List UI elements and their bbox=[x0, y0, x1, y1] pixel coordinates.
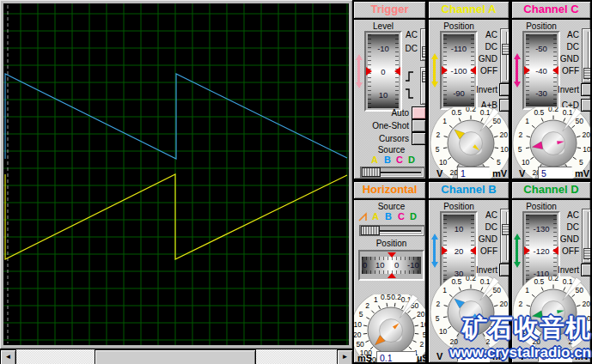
channel-d-coupling-selector[interactable] bbox=[582, 209, 592, 264]
trigger-level-arrow-icon[interactable] bbox=[355, 54, 363, 88]
horizontal-panel-header: Horizontal bbox=[354, 182, 425, 200]
level-marker-left-icon bbox=[366, 67, 372, 76]
channel-b-value-field[interactable]: 1 bbox=[457, 349, 490, 362]
trigger-panel: Trigger Level -10 0 10 AC DC Auto One- bbox=[352, 0, 427, 180]
cursors-button[interactable] bbox=[412, 132, 426, 145]
svg-text:5: 5 bbox=[518, 145, 522, 154]
channel-c-panel-header: Channel C bbox=[512, 2, 590, 20]
svg-text:5: 5 bbox=[518, 314, 522, 323]
svg-text:0.2: 0.2 bbox=[466, 276, 476, 282]
svg-text:50: 50 bbox=[576, 286, 584, 294]
ac-label: AC bbox=[472, 210, 497, 220]
channel-c-value-field[interactable]: 5 bbox=[538, 167, 572, 179]
channel-a-invert-button[interactable] bbox=[499, 83, 510, 96]
horizontal-source-slider[interactable] bbox=[359, 225, 424, 236]
pos-marker-left-icon bbox=[524, 66, 530, 75]
dc-label: DC bbox=[472, 42, 497, 52]
scroll-right-button[interactable]: ► bbox=[337, 349, 353, 364]
svg-text:20: 20 bbox=[582, 130, 590, 139]
hpos-scale-3: -10 bbox=[407, 260, 419, 270]
trigger-coupling-selector[interactable] bbox=[420, 28, 427, 61]
ac-label: AC bbox=[553, 210, 579, 220]
channel-c-coupling-selector[interactable] bbox=[582, 28, 592, 83]
svg-text:50: 50 bbox=[576, 117, 584, 125]
gnd-label: GND bbox=[472, 54, 497, 64]
channel-a-panel-header: Channel A bbox=[429, 2, 509, 20]
hpos-scale-2: 0 bbox=[394, 260, 399, 270]
channel-c-title: Channel C bbox=[523, 3, 578, 15]
channel-d-position-arrow-icon[interactable] bbox=[513, 234, 521, 268]
falling-edge-icon bbox=[405, 88, 414, 99]
v-unit-label: V bbox=[436, 168, 442, 179]
trigger-edge-selector[interactable] bbox=[420, 67, 427, 105]
pos-scale-top: -130 bbox=[526, 224, 557, 234]
svg-text:5: 5 bbox=[497, 327, 501, 336]
timebase-value-field[interactable]: 0.1 bbox=[376, 351, 416, 364]
pos-marker-left-icon bbox=[442, 246, 448, 255]
hpos-scale-1: 10 bbox=[375, 260, 385, 270]
channel-d-gain-knob[interactable]: 20105210.50.20.150201052 bbox=[512, 276, 592, 349]
channel-b-invert-button[interactable] bbox=[499, 264, 510, 276]
hsource-d-label: D bbox=[410, 211, 417, 221]
channel-d-panel-header: Channel D bbox=[512, 182, 590, 200]
waveform-display bbox=[3, 3, 349, 347]
hsource-a-label: A bbox=[372, 211, 379, 221]
channel-b-panel: Channel B Position 10 20 30 AC DC GND OF… bbox=[427, 180, 510, 364]
scroll-left-button[interactable]: ◄ bbox=[0, 349, 16, 364]
one-shot-button[interactable] bbox=[412, 119, 426, 132]
off-label: OFF bbox=[472, 246, 497, 256]
off-label: OFF bbox=[553, 66, 579, 76]
source-a-label: A bbox=[371, 155, 378, 165]
channel-d-invert-button[interactable] bbox=[581, 264, 592, 276]
channel-d-value-field[interactable]: 5 bbox=[538, 349, 572, 362]
channel-c-invert-button[interactable] bbox=[581, 83, 592, 96]
svg-text:0.1: 0.1 bbox=[480, 108, 491, 117]
channel-a-value-field[interactable]: 1 bbox=[457, 167, 490, 179]
scrollbar-thumb[interactable] bbox=[95, 349, 256, 364]
channel-a-panel: Channel A Position -110 -100 -90 AC DC G… bbox=[427, 0, 510, 180]
pos-scale-top: 10 bbox=[443, 224, 474, 234]
level-marker-right-icon bbox=[394, 67, 400, 76]
source-b-label: B bbox=[384, 155, 391, 165]
channel-a-coupling-selector[interactable] bbox=[500, 28, 510, 83]
svg-text:20: 20 bbox=[353, 331, 362, 339]
ms-unit-label: mS bbox=[357, 353, 372, 363]
svg-text:0.1: 0.1 bbox=[563, 108, 573, 117]
rising-edge-icon bbox=[405, 70, 414, 82]
svg-text:20: 20 bbox=[499, 300, 508, 308]
invert-label: Invert bbox=[540, 85, 579, 94]
svg-text:50: 50 bbox=[493, 117, 502, 125]
level-scale-bottom: 10 bbox=[368, 90, 399, 100]
channel-a-title: Channel A bbox=[442, 3, 497, 15]
pos-marker-left-icon bbox=[442, 66, 448, 75]
gnd-label: GND bbox=[553, 54, 579, 64]
us-unit-label: µS bbox=[417, 353, 427, 363]
channel-c-position-arrow-icon[interactable] bbox=[513, 53, 521, 88]
svg-text:2: 2 bbox=[485, 337, 490, 346]
off-label: OFF bbox=[553, 246, 579, 256]
channel-b-coupling-selector[interactable] bbox=[500, 209, 510, 264]
mv-unit-label: mV bbox=[492, 351, 507, 361]
level-scale-top: -10 bbox=[368, 44, 399, 53]
svg-text:10: 10 bbox=[420, 320, 427, 329]
cursors-label: Cursors bbox=[359, 134, 409, 143]
channel-b-gain-knob[interactable]: 20105210.50.20.150201052 bbox=[430, 276, 510, 349]
auto-button[interactable] bbox=[412, 106, 426, 119]
channel-b-position-arrow-icon[interactable] bbox=[430, 234, 438, 268]
scope-screen bbox=[0, 0, 352, 349]
trigger-source-slider[interactable] bbox=[360, 167, 424, 178]
svg-text:2: 2 bbox=[365, 301, 369, 310]
left-arrow-icon: ◄ bbox=[5, 353, 12, 361]
svg-text:2: 2 bbox=[436, 300, 440, 308]
svg-text:0.2: 0.2 bbox=[548, 107, 558, 113]
v-unit-label: V bbox=[519, 351, 525, 361]
channel-a-position-arrow-icon[interactable] bbox=[430, 53, 438, 88]
svg-text:1: 1 bbox=[442, 117, 447, 125]
horizontal-position-dial[interactable]: 0 10 0 -10 bbox=[358, 250, 424, 281]
horizontal-scrollbar[interactable]: ◄ ► bbox=[0, 349, 352, 364]
auto-label: Auto bbox=[359, 108, 409, 118]
svg-text:20: 20 bbox=[417, 310, 425, 318]
ramp-icon bbox=[358, 212, 369, 222]
svg-text:10: 10 bbox=[522, 327, 530, 336]
svg-text:20: 20 bbox=[533, 337, 541, 346]
